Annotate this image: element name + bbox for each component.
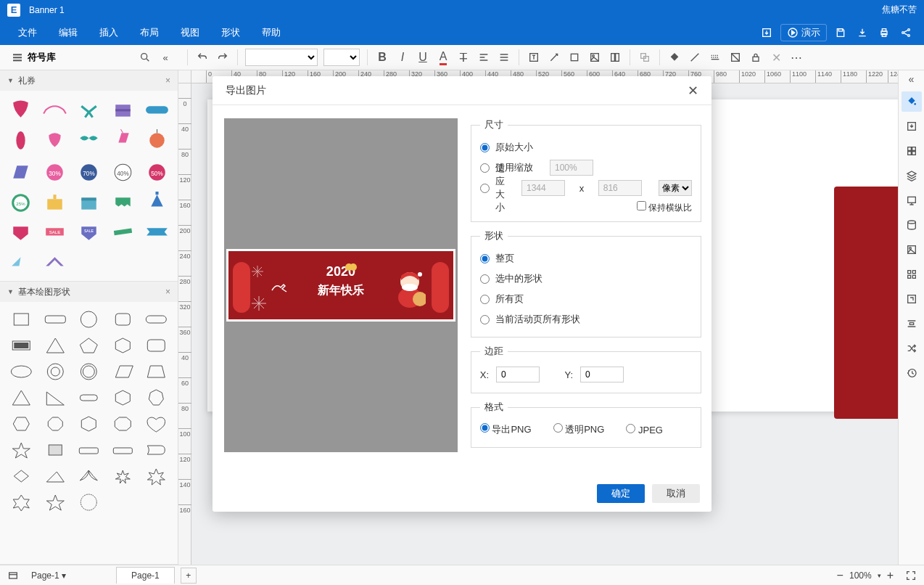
close-dialog-button[interactable]: ✕ — [688, 83, 698, 99]
export-preview: 2020 新年快乐 — [224, 118, 458, 452]
svg-point-95 — [418, 272, 422, 277]
margin-y-input[interactable] — [580, 367, 624, 382]
dialog-title: 导出图片 — [226, 84, 266, 97]
size-fieldset: 尺寸 原始大小 使用缩放 适应大小 x 像素 保持横纵比 — [471, 118, 701, 222]
fit-height-input — [598, 180, 642, 196]
size-fit-radio[interactable] — [480, 184, 490, 193]
shape-full-radio[interactable] — [480, 254, 490, 263]
shape-all-radio[interactable] — [480, 295, 490, 304]
unit-select[interactable]: 像素 — [659, 180, 692, 196]
size-original-radio[interactable] — [480, 143, 490, 152]
shape-fieldset: 形状 整页 选中的形状 所有页 当前活动页所有形状 — [471, 229, 701, 338]
format-tpng-radio[interactable]: 透明PNG — [553, 423, 605, 436]
format-fieldset: 格式 导出PNG 透明PNG JPEG — [471, 401, 701, 448]
keep-ratio-checkbox[interactable]: 保持横纵比 — [637, 202, 692, 213]
svg-point-96 — [402, 284, 418, 291]
format-png-radio[interactable]: 导出PNG — [480, 423, 532, 436]
shape-active-radio[interactable] — [480, 315, 490, 324]
shape-selected-radio[interactable] — [480, 274, 490, 284]
svg-point-92 — [350, 263, 357, 271]
cancel-button[interactable]: 取消 — [652, 484, 700, 503]
fit-width-input — [521, 180, 565, 196]
margin-x-input[interactable] — [496, 367, 540, 382]
export-image-dialog: 导出图片 ✕ 2020 新年快乐 — [213, 76, 711, 512]
zoom-value-input — [550, 160, 593, 176]
format-jpeg-radio[interactable]: JPEG — [626, 424, 663, 435]
size-zoom-radio[interactable] — [480, 163, 490, 173]
ok-button[interactable]: 确定 — [597, 484, 645, 503]
margin-fieldset: 边距 X: Y: — [471, 345, 701, 393]
